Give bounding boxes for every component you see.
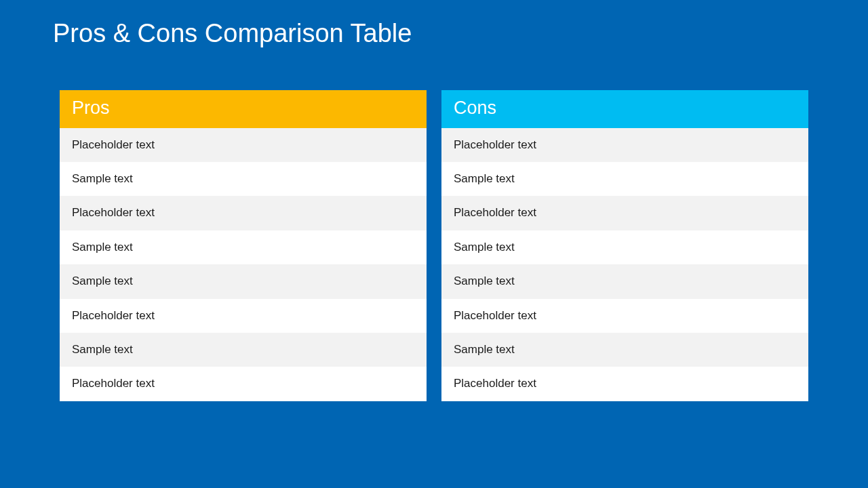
table-row: Sample text: [441, 333, 808, 367]
table-row: Sample text: [60, 162, 427, 196]
table-row: Placeholder text: [60, 299, 427, 333]
table-row: Placeholder text: [60, 196, 427, 230]
pros-header: Pros: [60, 90, 427, 128]
table-row: Placeholder text: [60, 128, 427, 162]
table-row: Sample text: [441, 162, 808, 196]
table-row: Placeholder text: [60, 367, 427, 401]
tables-container: Pros Placeholder text Sample text Placeh…: [0, 48, 868, 401]
table-row: Sample text: [441, 230, 808, 264]
table-row: Placeholder text: [441, 196, 808, 230]
pros-table: Pros Placeholder text Sample text Placeh…: [60, 90, 427, 401]
table-row: Sample text: [60, 264, 427, 298]
cons-header: Cons: [441, 90, 808, 128]
table-row: Sample text: [60, 333, 427, 367]
table-row: Placeholder text: [441, 299, 808, 333]
table-row: Sample text: [441, 264, 808, 298]
table-row: Placeholder text: [441, 128, 808, 162]
slide-title: Pros & Cons Comparison Table: [0, 0, 868, 48]
table-row: Sample text: [60, 230, 427, 264]
table-row: Placeholder text: [441, 367, 808, 401]
cons-table: Cons Placeholder text Sample text Placeh…: [441, 90, 808, 401]
